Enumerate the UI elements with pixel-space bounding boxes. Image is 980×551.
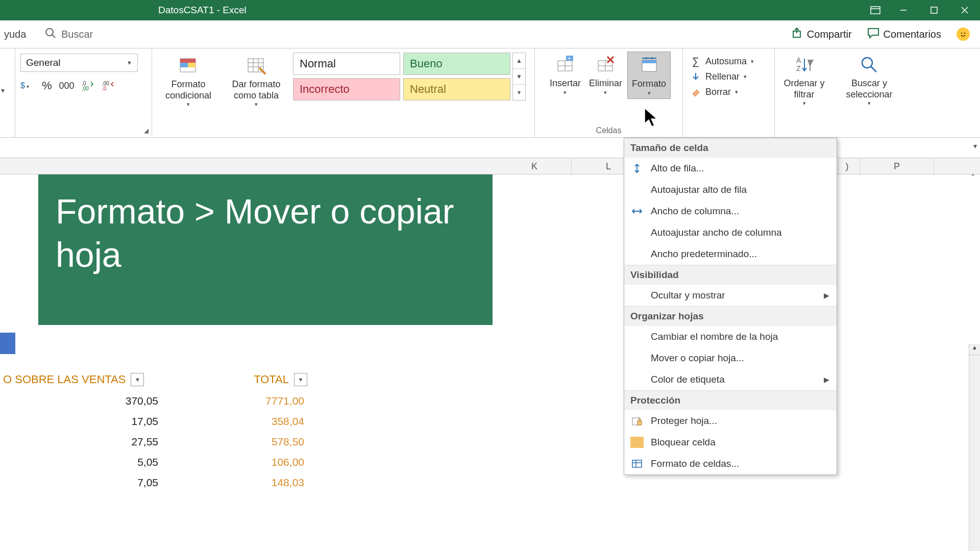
find-select-label: Buscar y seleccionar xyxy=(842,78,897,100)
gallery-scroll[interactable]: ▲ ▼ ▾ xyxy=(512,53,526,101)
fill-down-icon xyxy=(690,71,701,82)
minimize-button[interactable] xyxy=(888,0,919,20)
insert-cells-button[interactable]: + Insertar ▾ xyxy=(547,52,584,98)
feedback-smiley-icon[interactable] xyxy=(957,28,970,41)
dd-default-width[interactable]: Ancho predeterminado... xyxy=(624,243,837,265)
format-cells-button[interactable]: Formato ▾ xyxy=(627,52,671,99)
insert-cells-icon: + xyxy=(554,54,576,76)
cell-styles-gallery[interactable]: Normal Bueno Incorrecto Neutral xyxy=(293,53,510,101)
table-row: 17,05358,04 xyxy=(0,411,314,432)
decrease-decimal-button[interactable]: ,00,0 xyxy=(102,80,115,91)
dd-lock-cell[interactable]: Bloquear celda xyxy=(624,432,837,453)
format-cells-dialog-icon xyxy=(630,458,644,469)
title-bar: DatosCSAT1 - Excel xyxy=(0,0,980,20)
svg-rect-3 xyxy=(931,7,937,13)
svg-text:Z: Z xyxy=(796,64,801,72)
ribbon-display-options-icon[interactable] xyxy=(863,0,888,20)
close-button[interactable] xyxy=(949,0,980,20)
dd-section-visibility: Visibilidad xyxy=(624,265,837,285)
accounting-format-button[interactable]: $▾ xyxy=(20,80,35,91)
submenu-arrow-icon: ▶ xyxy=(824,375,829,384)
svg-point-6 xyxy=(46,29,53,36)
svg-text:+: + xyxy=(568,56,571,61)
number-format-select[interactable]: General ▼ xyxy=(20,54,138,72)
gallery-more-icon[interactable]: ▾ xyxy=(513,85,525,100)
dd-autofit-column-width[interactable]: Autoajustar ancho de columna xyxy=(624,222,837,243)
table-header-impuesto[interactable]: O SOBRE LAS VENTAS ▼ xyxy=(0,373,168,386)
col-header-p[interactable]: P xyxy=(860,158,934,174)
ribbon: ▾ General ▼ $▾ % 000 ,0,00 ,00,0 ◢ xyxy=(0,48,980,138)
help-tab[interactable]: yuda xyxy=(0,29,26,40)
comments-label: Comentarios xyxy=(884,29,941,40)
svg-rect-42 xyxy=(632,460,642,467)
filter-icon[interactable]: ▼ xyxy=(294,373,307,386)
svg-rect-19 xyxy=(180,63,188,67)
clear-button[interactable]: Borrar ▾ xyxy=(688,85,769,98)
table-row: 7,05148,03 xyxy=(0,472,314,493)
dd-autofit-row-height[interactable]: Autoajustar alto de fila xyxy=(624,179,837,201)
dd-protect-sheet[interactable]: Proteger hoja... xyxy=(624,410,837,432)
dd-hide-unhide[interactable]: Ocultar y mostrar ▶ xyxy=(624,285,837,306)
style-normal[interactable]: Normal xyxy=(293,53,400,75)
thousands-format-button[interactable]: 000 xyxy=(59,81,75,91)
tell-me-search[interactable]: Buscar xyxy=(45,28,93,41)
scroll-up-icon[interactable]: ▲ xyxy=(969,344,980,355)
svg-line-7 xyxy=(52,35,55,38)
maximize-button[interactable] xyxy=(919,0,949,20)
table-row: 5,05106,00 xyxy=(0,452,314,472)
dd-move-copy-sheet[interactable]: Mover o copiar hoja... xyxy=(624,347,837,369)
clear-label: Borrar xyxy=(705,87,731,97)
svg-text:▾: ▾ xyxy=(27,84,29,89)
col-header-k[interactable]: K xyxy=(498,158,572,174)
sort-filter-button[interactable]: AZ Ordenar y filtrar ▾ xyxy=(780,52,828,109)
vertical-scrollbar[interactable]: ▲ xyxy=(969,344,980,551)
dd-section-organize: Organizar hojas xyxy=(624,306,837,326)
svg-rect-0 xyxy=(871,7,880,14)
fill-button[interactable]: Rellenar ▾ xyxy=(688,70,769,83)
conditional-formatting-button[interactable]: Formato condicional ▾ xyxy=(157,53,219,110)
table-header-total[interactable]: TOTAL ▼ xyxy=(168,373,311,386)
style-good[interactable]: Bueno xyxy=(403,53,510,75)
format-as-table-icon xyxy=(245,55,267,77)
number-dialog-launcher-icon[interactable]: ◢ xyxy=(144,127,149,134)
dd-column-width[interactable]: Ancho de columna... xyxy=(624,201,837,222)
dd-tab-color[interactable]: Color de etiqueta ▶ xyxy=(624,369,837,390)
table-row: 27,55578,50 xyxy=(0,432,314,452)
right-actions: Compartir Comentarios xyxy=(792,28,970,41)
dd-rename-sheet[interactable]: Cambiar el nombre de la hoja xyxy=(624,326,837,347)
lock-cell-icon xyxy=(630,437,644,448)
svg-point-9 xyxy=(961,33,963,34)
style-bad[interactable]: Incorrecto xyxy=(293,78,400,101)
svg-line-39 xyxy=(871,66,876,72)
gallery-up-icon[interactable]: ▲ xyxy=(513,53,525,69)
data-table: O SOBRE LAS VENTAS ▼ TOTAL ▼ 370,057771,… xyxy=(0,368,314,493)
styles-group: Formato condicional ▾ Dar formato como t… xyxy=(152,48,535,137)
find-select-button[interactable]: Buscar y seleccionar ▾ xyxy=(839,52,900,109)
sort-filter-group: AZ Ordenar y filtrar ▾ xyxy=(775,48,834,137)
formula-expand-icon[interactable]: ▾ xyxy=(973,142,977,150)
autosum-button[interactable]: ∑ Autosuma ▾ xyxy=(688,55,769,68)
share-button[interactable]: Compartir xyxy=(792,28,852,41)
comment-icon xyxy=(867,28,879,41)
delete-cells-button[interactable]: Eliminar ▾ xyxy=(586,52,625,98)
sigma-icon: ∑ xyxy=(690,56,701,67)
find-select-group: Buscar y seleccionar ▾ xyxy=(834,48,905,137)
percent-format-button[interactable]: % xyxy=(42,79,52,92)
autosum-label: Autosuma xyxy=(705,56,747,67)
protect-sheet-icon xyxy=(630,415,644,427)
gallery-down-icon[interactable]: ▼ xyxy=(513,69,525,85)
format-cells-icon xyxy=(638,54,660,77)
table-row: 370,057771,00 xyxy=(0,391,314,411)
window-controls xyxy=(863,0,980,20)
increase-decimal-button[interactable]: ,0,00 xyxy=(82,80,95,91)
dd-row-height[interactable]: Alto de fila... xyxy=(624,158,837,179)
svg-text:,00: ,00 xyxy=(82,86,89,91)
format-as-table-label: Dar formato como tabla xyxy=(226,79,287,101)
format-as-table-button[interactable]: Dar formato como tabla ▾ xyxy=(223,53,290,110)
dropdown-caret-icon[interactable]: ▾ xyxy=(1,86,14,94)
comments-button[interactable]: Comentarios xyxy=(867,28,941,41)
svg-rect-18 xyxy=(180,59,195,63)
dd-format-cells[interactable]: Formato de celdas... xyxy=(624,453,837,474)
filter-icon[interactable]: ▼ xyxy=(131,373,144,386)
style-neutral[interactable]: Neutral xyxy=(403,78,510,101)
